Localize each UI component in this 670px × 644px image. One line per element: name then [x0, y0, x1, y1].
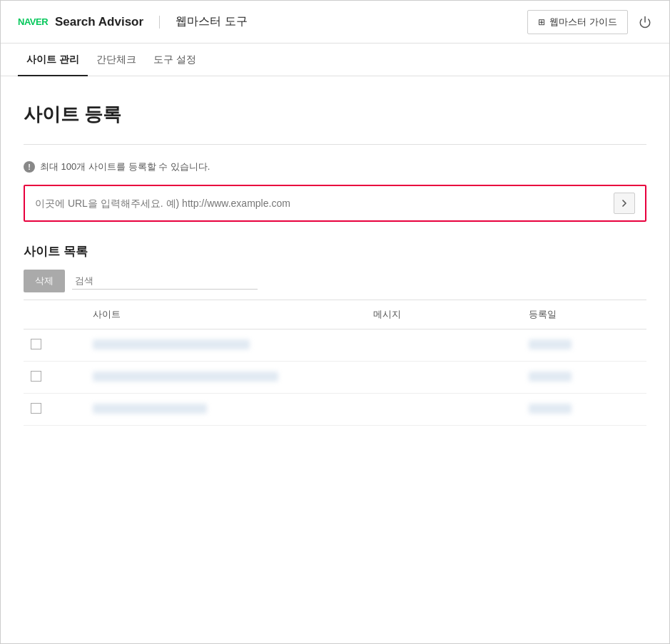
row-site-cell: [86, 329, 366, 362]
row-checkbox-cell: [24, 329, 86, 362]
naver-text: NAVER: [18, 16, 48, 27]
guide-icon: ⊞: [538, 17, 545, 27]
row-checkbox-2[interactable]: [31, 371, 41, 382]
row-date-3: [529, 404, 572, 414]
col-header-message: 메시지: [366, 300, 522, 329]
section-divider: [24, 144, 646, 145]
row-site-cell: [86, 394, 366, 426]
header: NAVER Search Advisor 웹마스터 도구 ⊞ 웹마스터 가이드: [1, 1, 669, 44]
notice-text: 최대 100개 사이트를 등록할 수 있습니다.: [40, 160, 210, 173]
power-button[interactable]: [638, 15, 652, 29]
info-icon: !: [24, 161, 35, 173]
table-row: [24, 362, 646, 394]
delete-button[interactable]: 삭제: [24, 270, 65, 292]
row-message-cell: [366, 362, 522, 394]
search-wrapper: [72, 272, 258, 290]
tab-tool-settings[interactable]: 도구 설정: [145, 44, 205, 76]
row-site-1: [93, 339, 250, 349]
row-checkbox-3[interactable]: [31, 403, 41, 414]
header-actions: ⊞ 웹마스터 가이드: [527, 10, 652, 34]
guide-button[interactable]: ⊞ 웹마스터 가이드: [527, 10, 628, 34]
naver-logo: NAVER: [18, 16, 46, 29]
row-message-cell: [366, 329, 522, 362]
row-date-1: [529, 339, 572, 349]
main-content: 사이트 등록 ! 최대 100개 사이트를 등록할 수 있습니다. 사이트 목록…: [1, 76, 669, 643]
tab-site-manage[interactable]: 사이트 관리: [18, 44, 88, 76]
col-header-site: 사이트: [86, 300, 366, 329]
row-checkbox-1[interactable]: [31, 339, 41, 349]
row-message-cell: [366, 394, 522, 426]
url-input-box[interactable]: [24, 185, 646, 222]
nav-tabs: 사이트 관리 간단체크 도구 설정: [1, 44, 669, 76]
row-date-cell: [522, 394, 646, 426]
row-site-3: [93, 404, 207, 414]
app-name: Search Advisor: [55, 15, 143, 29]
table-row: [24, 329, 646, 362]
url-input[interactable]: [35, 198, 614, 209]
tab-quick-check[interactable]: 간단체크: [88, 44, 145, 76]
row-checkbox-cell: [24, 394, 86, 426]
table-row: [24, 394, 646, 426]
logo-area: NAVER Search Advisor 웹마스터 도구: [18, 14, 248, 29]
site-table: 사이트 메시지 등록일: [24, 300, 646, 426]
col-header-checkbox: [24, 300, 86, 329]
page-title: 사이트 등록: [24, 102, 646, 127]
search-input[interactable]: [72, 272, 258, 289]
app-window: NAVER Search Advisor 웹마스터 도구 ⊞ 웹마스터 가이드 …: [0, 0, 670, 644]
header-divider: [159, 16, 160, 29]
row-site-2: [93, 372, 278, 382]
header-subtitle: 웹마스터 도구: [176, 14, 247, 29]
guide-button-label: 웹마스터 가이드: [549, 16, 617, 29]
row-date-cell: [522, 362, 646, 394]
list-toolbar: 삭제: [24, 270, 646, 300]
url-submit-button[interactable]: [614, 193, 635, 214]
site-list-title: 사이트 목록: [24, 243, 646, 260]
row-date-cell: [522, 329, 646, 362]
info-notice: ! 최대 100개 사이트를 등록할 수 있습니다.: [24, 160, 646, 173]
row-date-2: [529, 372, 572, 382]
row-site-cell: [86, 362, 366, 394]
row-checkbox-cell: [24, 362, 86, 394]
col-header-date: 등록일: [522, 300, 646, 329]
table-header-row: 사이트 메시지 등록일: [24, 300, 646, 329]
